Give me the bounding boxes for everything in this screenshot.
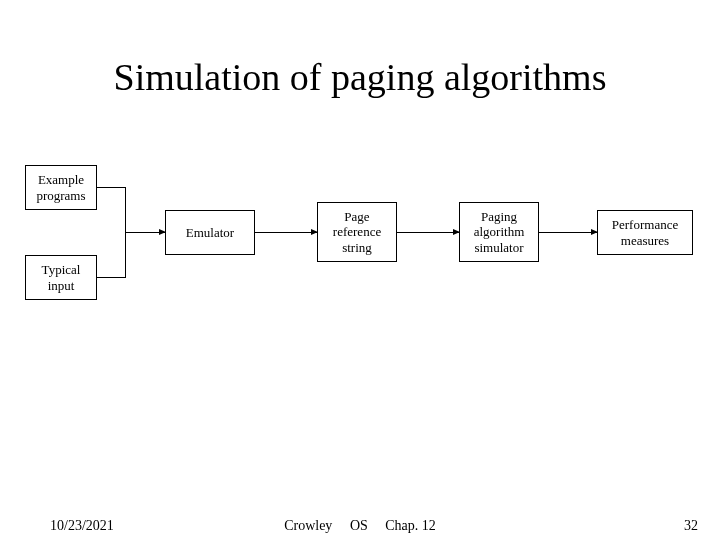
- label-page-reference-string: Pagereferencestring: [333, 209, 381, 256]
- footer-chapter: Chap. 12: [385, 518, 436, 533]
- slide-title: Simulation of paging algorithms: [0, 55, 720, 99]
- footer-author: Crowley: [284, 518, 332, 533]
- slide: Simulation of paging algorithms Examplep…: [0, 0, 720, 540]
- label-example-programs: Exampleprograms: [36, 172, 85, 203]
- box-example-programs: Exampleprograms: [25, 165, 97, 210]
- flow-diagram: Exampleprograms Typicalinput Emulator Pa…: [25, 165, 700, 305]
- label-paging-simulator: Pagingalgorithmsimulator: [474, 209, 525, 256]
- box-performance-measures: Performancemeasures: [597, 210, 693, 255]
- footer-page: 32: [684, 518, 698, 534]
- arrow-to-simulator: [397, 232, 459, 233]
- box-typical-input: Typicalinput: [25, 255, 97, 300]
- label-emulator: Emulator: [186, 225, 234, 241]
- box-paging-simulator: Pagingalgorithmsimulator: [459, 202, 539, 262]
- arrow-to-emulator: [125, 232, 165, 233]
- arrow-to-page-ref: [255, 232, 317, 233]
- connector: [97, 187, 125, 188]
- box-page-reference-string: Pagereferencestring: [317, 202, 397, 262]
- box-emulator: Emulator: [165, 210, 255, 255]
- label-performance-measures: Performancemeasures: [612, 217, 678, 248]
- label-typical-input: Typicalinput: [42, 262, 81, 293]
- footer-course: OS: [350, 518, 368, 533]
- footer-center: Crowley OS Chap. 12: [0, 518, 720, 534]
- arrow-to-performance: [539, 232, 597, 233]
- connector: [97, 277, 125, 278]
